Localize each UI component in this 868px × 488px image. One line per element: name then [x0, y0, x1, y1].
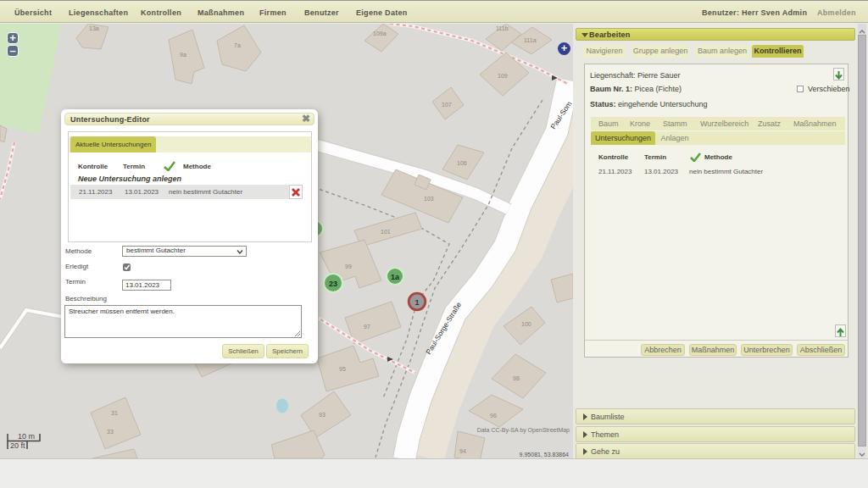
- svg-text:103: 103: [424, 196, 434, 202]
- svg-text:20 ft: 20 ft: [10, 441, 25, 450]
- svg-text:106: 106: [457, 160, 467, 166]
- svg-text:13a: 13a: [89, 25, 99, 31]
- svg-text:31: 31: [111, 410, 118, 416]
- svg-text:109a: 109a: [373, 30, 387, 36]
- svg-text:107: 107: [442, 102, 452, 108]
- svg-text:100: 100: [521, 321, 531, 327]
- svg-text:10 m: 10 m: [18, 432, 35, 441]
- svg-text:111a: 111a: [524, 37, 537, 43]
- svg-text:23: 23: [329, 280, 337, 288]
- svg-text:99: 99: [345, 263, 352, 269]
- svg-text:111b: 111b: [496, 25, 509, 31]
- svg-text:101: 101: [381, 229, 391, 235]
- svg-text:97: 97: [364, 324, 370, 330]
- svg-text:95: 95: [339, 366, 346, 372]
- svg-text:93: 93: [319, 412, 326, 418]
- svg-text:96: 96: [490, 413, 497, 419]
- svg-text:7a: 7a: [234, 42, 241, 48]
- svg-text:1a: 1a: [391, 273, 400, 281]
- svg-text:9a: 9a: [180, 52, 186, 58]
- svg-text:98: 98: [513, 375, 520, 381]
- svg-text:1: 1: [415, 298, 419, 307]
- svg-text:109: 109: [498, 73, 508, 79]
